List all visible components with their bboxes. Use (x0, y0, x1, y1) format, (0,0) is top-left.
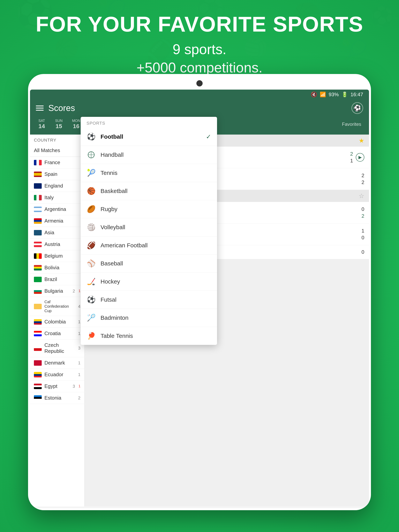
flag-croatia (34, 331, 42, 336)
sidebar-item-austria[interactable]: Austria (30, 239, 84, 250)
sport-label-hockey: Hockey (101, 278, 211, 285)
sidebar-item-czech[interactable]: Czech Republic 3 (30, 339, 84, 357)
clock: 16:47 (350, 92, 363, 98)
score2-talleres: 1 (347, 158, 353, 164)
day-num-mon: 16 (73, 123, 79, 129)
flag-denmark (34, 360, 42, 366)
sidebar-item-caf[interactable]: Caf Confederation Cup 4 (30, 297, 84, 316)
day-num-sun: 15 (56, 123, 62, 129)
volleyball-icon: 🏐 (86, 222, 96, 232)
mute-icon: 🔇 (311, 92, 317, 98)
sidebar-item-spain[interactable]: Spain (30, 168, 84, 180)
sports-dropdown: SPORTS ⚽ Football ✓ Handball 🎾 Tennis 🏀 … (81, 117, 217, 345)
sport-label-rugby: Rugby (101, 206, 211, 212)
favorite-star-primera[interactable]: ★ (359, 137, 364, 144)
sidebar-item-belgium[interactable]: Belgium (30, 250, 84, 262)
score2-sarmiento: 0 (359, 235, 364, 241)
match-scores-5: 0 (359, 249, 364, 255)
sport-item-tennis[interactable]: 🎾 Tennis (81, 164, 217, 182)
sport-label-basketball: Basketball (101, 188, 211, 194)
sport-item-baseball[interactable]: ⚾ Baseball (81, 254, 217, 273)
sidebar-item-argentina[interactable]: Argentina (30, 203, 84, 215)
sidebar-item-armenia[interactable]: Armenia (30, 215, 84, 227)
score2-almagro: 2 (359, 213, 364, 219)
match-scores-2: 2 2 (359, 172, 364, 185)
futsal-icon: ⚽ (86, 295, 96, 304)
sport-item-rugby[interactable]: 🏉 Rugby (81, 200, 217, 218)
sidebar-item-bulgaria[interactable]: Bulgaria 2 1 (30, 285, 84, 297)
sport-item-futsal[interactable]: ⚽ Futsal (81, 291, 217, 309)
menu-button[interactable] (36, 106, 44, 111)
flag-caf (34, 304, 42, 309)
table-tennis-icon: 🏓 (86, 331, 96, 341)
tablet-camera (196, 80, 203, 86)
flag-spain (34, 171, 42, 177)
sidebar-item-brazil[interactable]: Brazil (30, 274, 84, 285)
hockey-icon: 🏒 (86, 277, 96, 286)
sport-item-basketball[interactable]: 🏀 Basketball (81, 182, 217, 200)
day-name-sun: SUN (55, 119, 63, 123)
app-header: Scores ⚽ (30, 99, 369, 117)
sidebar-item-egypt[interactable]: Egypt 3 1 (30, 380, 84, 392)
battery-percent: 93% (329, 92, 339, 98)
sidebar-item-colombia[interactable]: Colombia 1 (30, 316, 84, 328)
dropdown-section-label: SPORTS (81, 117, 217, 128)
subline: 9 sports. +5000 competitions. (0, 40, 399, 77)
favorite-star-bnacional[interactable]: ☆ (359, 192, 364, 200)
sport-item-hockey[interactable]: 🏒 Hockey (81, 273, 217, 291)
sport-item-badminton[interactable]: 🏸 Badminton (81, 309, 217, 327)
page-header: FOR YOUR FAVORITE SPORTS 9 sports. +5000… (0, 0, 399, 77)
sidebar-item-croatia[interactable]: Croatia 1 (30, 328, 84, 339)
date-tab-sun[interactable]: SUN 15 (51, 117, 67, 132)
sidebar-item-all-matches[interactable]: All Matches (30, 144, 84, 157)
play-icon-1[interactable]: ▶ (356, 153, 364, 162)
day-num-sat: 14 (38, 123, 45, 129)
favorites-tab[interactable]: Favorites (338, 117, 365, 132)
match-scores-1: 2 1 (347, 151, 353, 164)
baseball-icon: ⚾ (86, 259, 96, 268)
sidebar-item-ecuador[interactable]: Ecuador 1 (30, 369, 84, 380)
rugby-icon: 🏉 (86, 204, 96, 214)
sidebar-item-france[interactable]: France (30, 157, 84, 168)
football-icon: ⚽ (86, 132, 96, 141)
score1-agro: 0 (359, 206, 364, 212)
flag-bolivia (34, 265, 42, 271)
score1-velez: 2 (359, 172, 364, 178)
sidebar: COUNTRY All Matches France Spain (30, 134, 84, 507)
match-scores-4: 1 0 (359, 228, 364, 241)
sidebar-item-italy[interactable]: Italy (30, 192, 84, 203)
sport-label-tennis: Tennis (101, 170, 211, 176)
sport-item-volleyball[interactable]: 🏐 Volleyball (81, 218, 217, 236)
check-icon-football: ✓ (206, 133, 211, 140)
sidebar-item-estonia[interactable]: Estonia 2 (30, 392, 84, 404)
sport-item-handball[interactable]: Handball (81, 146, 217, 164)
flag-argentina (34, 207, 42, 212)
sport-item-football[interactable]: ⚽ Football ✓ (81, 128, 217, 146)
sidebar-item-asia[interactable]: Asia (30, 227, 84, 239)
battery-icon: 🔋 (341, 92, 348, 98)
status-bar: 🔇 📶 93% 🔋 16:47 (30, 89, 369, 99)
flag-estonia (34, 395, 42, 401)
basketball-icon: 🏀 (86, 186, 96, 196)
tablet-screen: 🔇 📶 93% 🔋 16:47 Scores ⚽ SAT 14 SUN 15 (30, 89, 369, 508)
sport-item-table-tennis[interactable]: 🏓 Table Tennis (81, 327, 217, 345)
flag-colombia (34, 319, 42, 325)
sport-selector-button[interactable]: ⚽ (351, 102, 363, 114)
sport-label-volleyball: Volleyball (101, 224, 211, 231)
sidebar-item-bolivia[interactable]: Bolivia (30, 262, 84, 274)
sport-label-football: Football (101, 133, 201, 140)
score1-newells: 2 (347, 151, 353, 157)
wifi-icon: 📶 (320, 92, 326, 98)
flag-egypt (34, 384, 42, 389)
sport-label-badminton: Badminton (101, 315, 211, 321)
day-name-mon: MON (72, 119, 80, 123)
sidebar-item-denmark[interactable]: Denmark 1 (30, 357, 84, 369)
tennis-icon: 🎾 (86, 168, 96, 177)
badminton-icon: 🏸 (86, 313, 96, 323)
flag-brazil (34, 277, 42, 282)
flag-asia (34, 230, 42, 235)
sport-item-american-football[interactable]: 🏈 American Football (81, 236, 217, 254)
sidebar-item-england[interactable]: England (30, 180, 84, 192)
date-tab-sat[interactable]: SAT 14 (34, 117, 50, 132)
score1-rafaela: 0 (359, 249, 364, 255)
